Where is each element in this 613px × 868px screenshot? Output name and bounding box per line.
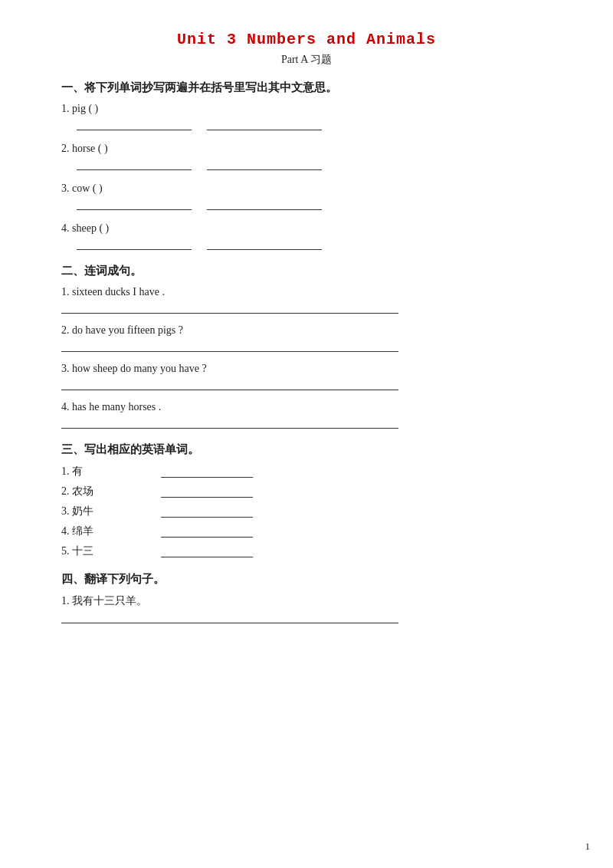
page-subtitle: Part A 习题 — [61, 53, 552, 67]
vocab-copy2-4[interactable] — [207, 238, 322, 250]
trans-item-1: 1. 我有十三只羊。 — [61, 594, 552, 623]
write-chinese-4: 4. 绵羊 — [61, 524, 153, 538]
sent-text-3: 3. how sheep do many you have ? — [61, 363, 552, 375]
vocab-word-2: 2. horse ( ) — [61, 143, 552, 155]
sent-text-4: 4. has he many horses . — [61, 401, 552, 413]
write-answer-5[interactable] — [161, 545, 253, 557]
section4-header: 四、翻译下列句子。 — [61, 572, 552, 587]
section4-translate-list: 1. 我有十三只羊。 — [61, 594, 552, 623]
sent-answer-3[interactable] — [61, 378, 398, 390]
write-item-4: 4. 绵羊 — [61, 524, 552, 538]
vocab-copy1-2[interactable] — [77, 158, 192, 170]
vocab-item-3: 3. cow ( ) — [61, 182, 552, 210]
write-chinese-1: 1. 有 — [61, 465, 153, 478]
sent-item-2: 2. do have you fifteen pigs ? — [61, 324, 552, 352]
write-chinese-3: 3. 奶牛 — [61, 505, 153, 518]
page-number: 1 — [585, 840, 591, 853]
section1-header: 一、将下列单词抄写两遍并在括号里写出其中文意思。 — [61, 81, 552, 95]
write-item-2: 2. 农场 — [61, 485, 552, 498]
sent-item-1: 1. sixteen ducks I have . — [61, 286, 552, 314]
vocab-copy1-3[interactable] — [77, 198, 192, 210]
vocab-word-1: 1. pig ( ) — [61, 103, 552, 115]
write-item-3: 3. 奶牛 — [61, 505, 552, 518]
section1-vocab-list: 1. pig ( ) 2. horse ( ) 3. cow ( ) — [61, 103, 552, 250]
vocab-word-3: 3. cow ( ) — [61, 182, 552, 195]
write-item-5: 5. 十三 — [61, 544, 552, 558]
vocab-copy2-3[interactable] — [207, 198, 322, 210]
page-title: Unit 3 Numbers and Animals — [61, 31, 552, 48]
vocab-item-2: 2. horse ( ) — [61, 143, 552, 170]
write-chinese-5: 5. 十三 — [61, 544, 153, 558]
write-answer-1[interactable] — [161, 465, 253, 478]
vocab-copy1-1[interactable] — [77, 118, 192, 130]
vocab-word-4: 4. sheep ( ) — [61, 222, 552, 235]
vocab-copy2-1[interactable] — [207, 118, 322, 130]
sent-answer-2[interactable] — [61, 340, 398, 352]
sent-answer-4[interactable] — [61, 416, 398, 429]
sent-answer-1[interactable] — [61, 301, 398, 314]
sent-item-4: 4. has he many horses . — [61, 401, 552, 429]
section3-write-list: 1. 有 2. 农场 3. 奶牛 4. 绵羊 5. 十三 — [61, 465, 552, 558]
vocab-item-1: 1. pig ( ) — [61, 103, 552, 130]
sent-text-1: 1. sixteen ducks I have . — [61, 286, 552, 298]
write-chinese-2: 2. 农场 — [61, 485, 153, 498]
vocab-item-4: 4. sheep ( ) — [61, 222, 552, 250]
sent-text-2: 2. do have you fifteen pigs ? — [61, 324, 552, 337]
section2-header: 二、连词成句。 — [61, 264, 552, 278]
write-answer-4[interactable] — [161, 525, 253, 538]
write-answer-3[interactable] — [161, 505, 253, 518]
vocab-copy1-4[interactable] — [77, 238, 192, 250]
section3-header: 三、写出相应的英语单词。 — [61, 442, 552, 457]
section2-sentence-list: 1. sixteen ducks I have . 2. do have you… — [61, 286, 552, 429]
sent-item-3: 3. how sheep do many you have ? — [61, 363, 552, 390]
vocab-copy2-2[interactable] — [207, 158, 322, 170]
write-answer-2[interactable] — [161, 485, 253, 498]
write-item-1: 1. 有 — [61, 465, 552, 478]
trans-answer-1[interactable] — [61, 611, 398, 623]
trans-text-1: 1. 我有十三只羊。 — [61, 594, 552, 608]
